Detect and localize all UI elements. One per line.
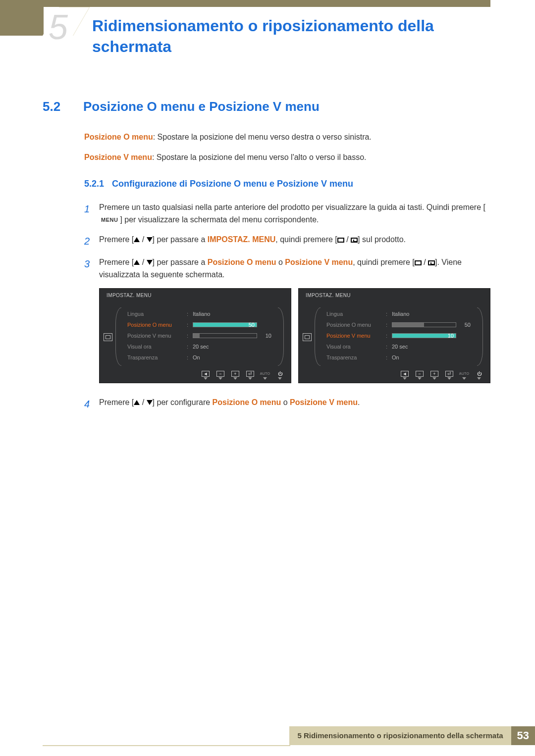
step-3-text-a: Premere [ <box>99 258 134 266</box>
osd-btn-plus: + <box>430 371 438 380</box>
slider-value: 50 <box>458 322 471 328</box>
osd-btn-power: ⏻ <box>475 371 483 380</box>
step-2-text-b: ] per passare a <box>153 235 208 244</box>
step-3-text-b: ] per passare a <box>153 258 208 266</box>
step-2-impostaz: IMPOSTAZ. MENU <box>208 235 275 244</box>
indicator-icon <box>432 377 436 380</box>
osd-val-lingua: Italiano <box>392 311 409 317</box>
osd-row-pos-o: Posizione O menu : 50 <box>127 319 276 330</box>
indicator-icon <box>248 377 252 380</box>
footer-line <box>43 745 290 746</box>
osd-label-lingua: Lingua <box>326 311 384 317</box>
minus-icon: − <box>416 371 424 377</box>
subsection-number: 5.2.1 <box>84 179 104 189</box>
back-icon: ◄ <box>202 371 210 377</box>
osd-row-lingua: Lingua : Italiano <box>127 308 276 319</box>
side-tab <box>0 0 44 36</box>
step-3-pos-v: Posizione V menu <box>285 258 353 266</box>
section-number: 5.2 <box>43 99 73 114</box>
triangle-down-icon <box>147 400 153 405</box>
osd-curve-left <box>115 307 121 366</box>
osd-colon: : <box>386 333 390 339</box>
auto-label: AUTO <box>460 371 468 377</box>
page-title: Ridimensionamento o riposizionamento del… <box>92 16 474 57</box>
osd-row-visual: Visual ora : 20 sec <box>127 341 276 352</box>
osd-btn-minus: − <box>416 371 424 380</box>
osd-label-trasp: Trasparenza <box>127 354 185 360</box>
osd-label-pos-v: Posizione V menu <box>326 333 384 339</box>
slider-value: 10 <box>441 333 454 339</box>
osd-left: IMPOSTAZ. MENU Lingua : Italiano Posizio… <box>99 288 291 383</box>
osd-title: IMPOSTAZ. MENU <box>107 293 152 298</box>
indicator-icon <box>447 377 451 380</box>
osd-label-pos-o: Posizione O menu <box>326 322 384 328</box>
indicator-icon <box>263 377 267 380</box>
osd-val-visual: 20 sec <box>193 344 209 350</box>
osd-category-icon <box>104 333 112 341</box>
osd-btn-enter: ⏎ <box>445 371 453 380</box>
step-1-number: 1 <box>84 201 90 226</box>
enter-icon <box>351 238 358 243</box>
section-title: Posizione O menu e Posizione V menu <box>83 99 490 114</box>
menu-key-icon: MENU <box>99 215 120 225</box>
osd-colon: : <box>187 354 191 360</box>
osd-label-pos-o: Posizione O menu <box>127 322 185 328</box>
osd-curve-right <box>278 307 284 366</box>
osd-colon: : <box>386 322 390 328</box>
step-4-text-b: ] per configurare <box>153 398 213 406</box>
chapter-number: 5 <box>49 10 68 45</box>
osd-row-trasp: Trasparenza : On <box>326 352 475 363</box>
enter-icon: ⏎ <box>246 371 254 377</box>
step-1-text-b: ] per visualizzare la schermata del menu… <box>120 215 319 224</box>
triangle-up-icon <box>134 260 140 265</box>
osd-row-visual: Visual ora : 20 sec <box>326 341 475 352</box>
plus-icon: + <box>430 371 438 377</box>
osd-label-visual: Visual ora <box>326 344 384 350</box>
step-4-or: o <box>281 398 290 406</box>
step-4-text-c: . <box>358 398 360 406</box>
step-3-text-c: , quindi premere [ <box>353 258 415 266</box>
indicator-icon <box>403 377 407 380</box>
triangle-up-icon <box>134 400 140 405</box>
intro-o-text: : Spostare la posizione del menu verso d… <box>153 133 372 141</box>
osd-screenshots: IMPOSTAZ. MENU Lingua : Italiano Posizio… <box>99 288 490 383</box>
osd-btn-back: ◄ <box>401 371 409 380</box>
rect-icon <box>415 260 422 265</box>
osd-colon: : <box>187 322 191 328</box>
step-3-pos-o: Posizione O menu <box>208 258 276 266</box>
osd-btn-auto: AUTO <box>261 371 269 380</box>
footer-text: 5 Ridimensionamento o riposizionamento d… <box>289 726 511 745</box>
osd-row-pos-v: Posizione V menu : 10 <box>326 330 475 341</box>
content-area: 5.2 Posizione O menu e Posizione V menu … <box>43 99 490 419</box>
step-4-pos-o: Posizione O menu <box>213 398 281 406</box>
intro-o-label: Posizione O menu <box>84 133 153 141</box>
osd-label-pos-v: Posizione V menu <box>127 333 185 339</box>
indicator-icon <box>477 377 481 380</box>
osd-label-lingua: Lingua <box>127 311 185 317</box>
osd-btn-enter: ⏎ <box>246 371 254 380</box>
step-1-text-a: Premere un tasto qualsiasi nella parte a… <box>99 203 485 211</box>
indicator-icon <box>204 377 208 380</box>
intro-o: Posizione O menu: Spostare la posizione … <box>84 131 490 144</box>
auto-label: AUTO <box>261 371 269 377</box>
footer-page-number: 53 <box>511 726 535 745</box>
step-4-text-a: Premere [ <box>99 398 134 406</box>
osd-val-visual: 20 sec <box>392 344 408 350</box>
power-icon: ⏻ <box>276 371 284 377</box>
slider-fill <box>392 323 424 327</box>
rect-icon <box>337 238 344 243</box>
intro-v-label: Posizione V menu <box>84 153 152 161</box>
step-2-text-d: ] sul prodotto. <box>358 235 406 244</box>
osd-btn-back: ◄ <box>202 371 210 380</box>
osd-row-pos-o: Posizione O menu : 50 <box>326 319 475 330</box>
osd-rows: Lingua : Italiano Posizione O menu : 50 … <box>127 308 276 363</box>
indicator-icon <box>462 377 466 380</box>
indicator-icon <box>418 377 422 380</box>
step-3-body: Premere [ / ] per passare a Posizione O … <box>99 256 490 281</box>
osd-colon: : <box>386 354 390 360</box>
osd-category-icon <box>303 333 312 341</box>
osd-val-lingua: Italiano <box>193 311 210 317</box>
step-4-pos-v: Posizione V menu <box>290 398 358 406</box>
step-2-number: 2 <box>84 233 90 249</box>
osd-val-trasp: On <box>193 354 200 360</box>
